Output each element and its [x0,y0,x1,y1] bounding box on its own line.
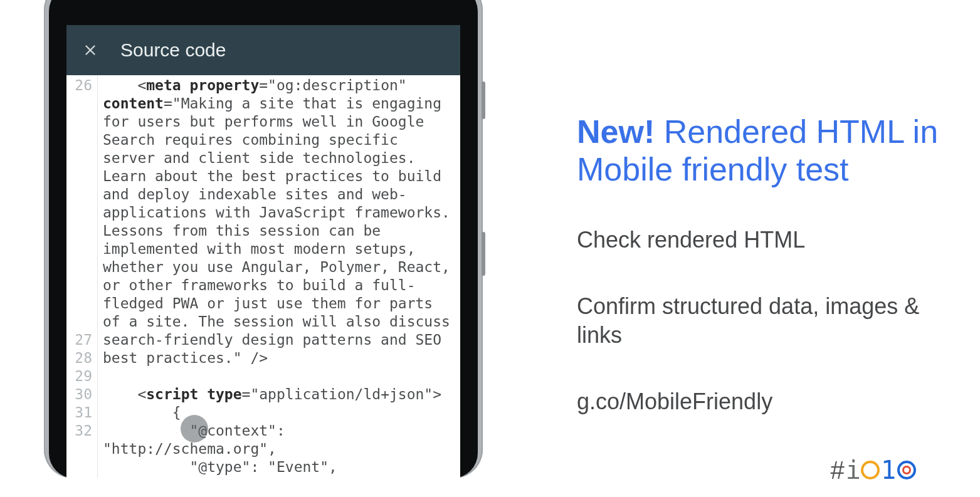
line-number: 26 [66,76,92,95]
line-number: 28 [66,349,92,367]
line-number [66,131,92,149]
hash-icon: # [831,456,845,484]
slide-link-text: g.co/MobileFriendly [577,387,942,416]
code-text: ="Making a site that is engaging for use… [103,95,459,366]
code-content: <meta property="og:description" content=… [98,75,460,478]
code-keyword: meta property [146,77,259,93]
io18-logo: #i1 [831,456,917,484]
phone-frame: Source code 26272829303132 <meta propert… [44,0,483,478]
phone-side-button [482,232,485,276]
text-column: New! Rendered HTML in Mobile friendly te… [527,0,980,497]
code-text: "@context": "http://schema.org", [103,422,294,457]
line-number [66,95,92,113]
source-code-viewer[interactable]: 26272829303132 <meta property="og:descri… [66,75,460,478]
phone-column: Source code 26272829303132 <meta propert… [0,0,527,497]
line-number [66,276,92,295]
phone-side-button [482,81,485,119]
slide-bullet: Confirm structured data, images & links [577,292,942,350]
line-number-gutter: 26272829303132 [66,75,98,478]
line-number: 27 [66,331,92,349]
slide-bullet: Check rendered HTML [577,226,942,254]
line-number [66,167,92,186]
line-number: 29 [66,367,92,385]
line-number [66,149,92,167]
line-number [66,295,92,313]
close-icon [82,42,98,58]
code-text: < [103,386,146,402]
line-number [66,458,92,476]
line-number [66,113,92,131]
line-number [66,313,92,331]
line-number: 30 [66,385,92,404]
code-text: < [137,77,146,93]
line-number [66,440,92,458]
code-keyword: content [103,95,164,112]
logo-letter: 1 [881,456,896,484]
logo-letter: i [846,456,860,484]
line-number: 31 [66,404,92,422]
slide: Source code 26272829303132 <meta propert… [0,0,980,497]
line-number [66,186,92,204]
line-number [66,258,92,276]
line-number [66,204,92,222]
logo-o-icon [861,461,880,479]
line-number [66,240,92,258]
code-keyword: script type [146,386,241,402]
code-text: "@type": "Event", [103,459,337,475]
line-number: 32 [66,422,92,440]
headline-new-badge: New! [577,113,655,150]
slide-headline: New! Rendered HTML in Mobile friendly te… [577,113,942,188]
app-bar: Source code [66,25,460,75]
code-text: ="application/ld+json"> [242,386,442,402]
code-text: "name": "[Session] Deliver search-friend… [103,477,424,478]
logo-o-icon [897,461,916,479]
code-text: { [103,404,181,421]
code-text: ="og:description" [259,77,415,93]
app-bar-title: Source code [120,39,226,61]
close-button[interactable] [78,38,103,63]
line-number [66,222,92,240]
phone-screen: Source code 26272829303132 <meta propert… [66,25,460,478]
code-text [103,77,137,93]
